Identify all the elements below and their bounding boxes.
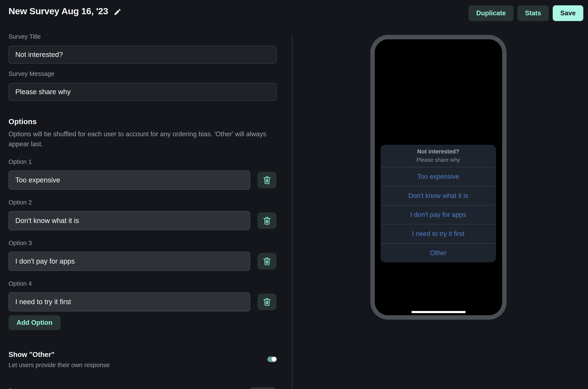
save-button[interactable]: Save xyxy=(553,5,583,21)
delete-option-1-button[interactable] xyxy=(258,172,277,188)
phone-screen: Not interested? Please share why Too exp… xyxy=(375,39,502,315)
add-option-button[interactable]: Add Option xyxy=(8,315,61,330)
dialog-header: Not interested? Please share why xyxy=(381,145,496,167)
show-other-heading: Show "Other" xyxy=(8,351,110,358)
survey-message-label: Survey Message xyxy=(8,70,278,77)
option-group-2: Option 2 xyxy=(8,199,278,230)
option-1-input[interactable] xyxy=(8,170,250,190)
delete-option-3-button[interactable] xyxy=(258,253,277,269)
dialog-title: Not interested? xyxy=(417,148,459,155)
option-group-1: Option 1 xyxy=(8,158,278,190)
trash-icon xyxy=(262,257,271,266)
option-3-label: Option 3 xyxy=(8,240,278,247)
dialog-option-other: Other xyxy=(381,243,496,262)
option-1-label: Option 1 xyxy=(8,158,278,165)
phone-preview: Not interested? Please share why Too exp… xyxy=(370,35,507,320)
survey-title-label: Survey Title xyxy=(8,33,278,40)
stats-button[interactable]: Stats xyxy=(518,5,549,21)
dialog-message: Please share why xyxy=(417,157,460,163)
column-divider xyxy=(292,34,293,389)
survey-message-input[interactable] xyxy=(8,83,277,101)
trash-icon xyxy=(262,176,271,185)
trash-icon xyxy=(262,216,271,225)
option-group-4: Option 4 xyxy=(8,280,278,311)
delete-option-2-button[interactable] xyxy=(258,212,277,229)
option-3-input[interactable] xyxy=(8,252,250,271)
show-other-section: Show "Other" Let users provide their own… xyxy=(8,351,277,369)
survey-title-input[interactable] xyxy=(8,46,277,64)
options-heading: Options xyxy=(8,117,278,126)
header-actions: Duplicate Stats Save xyxy=(468,5,583,21)
option-4-label: Option 4 xyxy=(8,280,278,287)
percentage-section: Percentage How many paywalled users shou… xyxy=(8,387,287,389)
survey-form: Survey Title Survey Message Options Opti… xyxy=(8,0,278,389)
option-2-input[interactable] xyxy=(8,211,250,230)
delete-option-4-button[interactable] xyxy=(258,293,277,310)
option-2-label: Option 2 xyxy=(8,199,278,206)
home-indicator xyxy=(411,311,465,313)
show-other-toggle[interactable] xyxy=(267,357,277,362)
dialog-option-2: Don't know what it is xyxy=(381,186,496,205)
dialog-option-1: Too expensive xyxy=(381,167,496,186)
dialog-option-4: I need to try it first xyxy=(381,224,496,243)
options-description: Options will be shuffled for each user t… xyxy=(8,129,273,149)
show-other-subtitle: Let users provide their own response xyxy=(8,361,110,369)
duplicate-button[interactable]: Duplicate xyxy=(468,5,514,21)
option-group-3: Option 3 xyxy=(8,240,278,271)
percentage-heading: Percentage xyxy=(8,387,155,389)
survey-preview-dialog: Not interested? Please share why Too exp… xyxy=(381,145,496,262)
option-4-input[interactable] xyxy=(8,292,250,311)
dialog-option-3: I don't pay for apps xyxy=(381,205,496,224)
toggle-knob xyxy=(272,357,276,361)
percentage-input[interactable] xyxy=(251,388,275,389)
trash-icon xyxy=(262,297,271,306)
